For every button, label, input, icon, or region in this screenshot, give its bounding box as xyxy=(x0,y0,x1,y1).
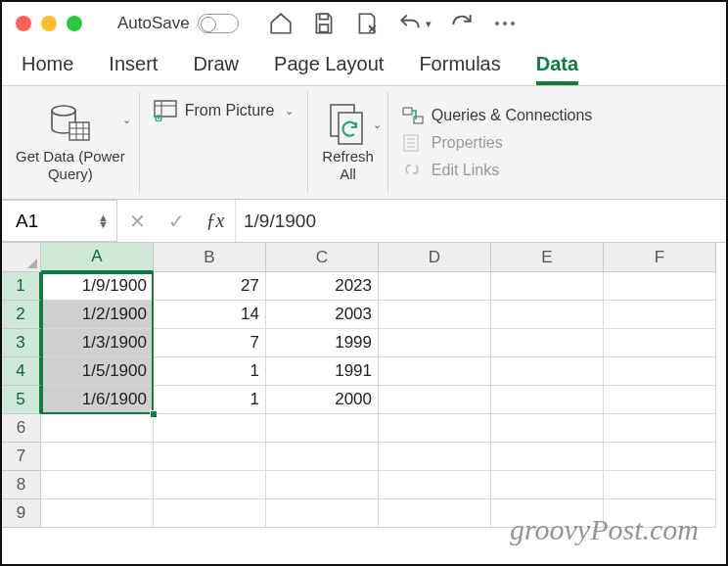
save-icon[interactable] xyxy=(311,11,337,36)
row-header[interactable]: 8 xyxy=(2,471,41,499)
cell[interactable] xyxy=(491,443,604,471)
cell[interactable] xyxy=(491,272,604,301)
cell[interactable] xyxy=(154,414,266,443)
tab-formulas[interactable]: Formulas xyxy=(419,53,500,85)
cell[interactable] xyxy=(604,414,716,443)
save-as-icon[interactable] xyxy=(354,11,380,36)
cell[interactable] xyxy=(379,443,491,471)
cell[interactable] xyxy=(154,443,266,471)
cell[interactable] xyxy=(266,414,379,443)
cell[interactable] xyxy=(491,471,604,499)
cell[interactable] xyxy=(491,414,604,443)
cell[interactable]: 2000 xyxy=(266,386,379,414)
tab-home[interactable]: Home xyxy=(22,53,73,85)
redo-icon[interactable] xyxy=(449,11,475,36)
window-controls xyxy=(16,16,82,31)
cell[interactable]: 1/2/1900 xyxy=(41,301,154,329)
confirm-formula-button[interactable]: ✓ xyxy=(157,200,196,242)
fill-handle[interactable] xyxy=(150,410,158,418)
cancel-formula-button[interactable]: ✕ xyxy=(117,200,157,242)
cell[interactable] xyxy=(379,499,491,528)
cell[interactable]: 1/6/1900 xyxy=(41,386,154,414)
tab-page-layout[interactable]: Page Layout xyxy=(274,53,384,85)
cell[interactable] xyxy=(41,499,154,528)
cell[interactable] xyxy=(266,471,379,499)
cell[interactable]: 27 xyxy=(154,272,266,301)
autosave-toggle[interactable] xyxy=(198,14,239,33)
row-header[interactable]: 6 xyxy=(2,414,41,443)
tab-data[interactable]: Data xyxy=(536,53,578,85)
cell[interactable] xyxy=(41,414,154,443)
row-header[interactable]: 1 xyxy=(2,272,41,301)
cell[interactable] xyxy=(379,272,491,301)
cell[interactable] xyxy=(604,357,716,386)
cell[interactable] xyxy=(266,499,379,528)
cell[interactable] xyxy=(41,443,154,471)
cell[interactable] xyxy=(604,301,716,329)
fx-label[interactable]: ƒx xyxy=(196,210,235,232)
cell[interactable] xyxy=(154,499,266,528)
cell[interactable] xyxy=(379,414,491,443)
from-picture-button[interactable]: From Picture ⌄ xyxy=(154,100,295,121)
cell[interactable] xyxy=(604,329,716,357)
refresh-all-button[interactable]: ⌄ Refresh All xyxy=(322,103,374,183)
column-header-f[interactable]: F xyxy=(604,243,716,272)
row-header[interactable]: 2 xyxy=(2,301,41,329)
cell[interactable] xyxy=(491,301,604,329)
close-window-icon[interactable] xyxy=(16,16,31,31)
cell[interactable] xyxy=(266,443,379,471)
column-header-d[interactable]: D xyxy=(379,243,491,272)
row-header[interactable]: 5 xyxy=(2,386,41,414)
cell[interactable] xyxy=(491,386,604,414)
formula-value[interactable]: 1/9/1900 xyxy=(235,200,316,242)
cell[interactable] xyxy=(604,471,716,499)
minimize-window-icon[interactable] xyxy=(41,16,57,31)
cell[interactable]: 1 xyxy=(154,357,266,386)
cell[interactable]: 1991 xyxy=(266,357,379,386)
cell[interactable] xyxy=(379,386,491,414)
cell[interactable] xyxy=(41,471,154,499)
row-header[interactable]: 3 xyxy=(2,329,41,357)
undo-icon[interactable]: ▾ xyxy=(397,11,432,36)
home-icon[interactable] xyxy=(268,11,294,36)
cell[interactable]: 2023 xyxy=(266,272,379,301)
get-data-button[interactable]: Get Data (Power Query) xyxy=(16,103,125,183)
chevron-down-icon[interactable]: ⌄ xyxy=(122,114,131,126)
cell[interactable] xyxy=(604,386,716,414)
select-all-corner[interactable] xyxy=(2,243,41,272)
cell[interactable]: 1/5/1900 xyxy=(41,357,154,386)
cell[interactable] xyxy=(491,357,604,386)
row-header[interactable]: 4 xyxy=(2,357,41,386)
cell[interactable]: 7 xyxy=(154,329,266,357)
cell[interactable] xyxy=(604,272,716,301)
column-header-e[interactable]: E xyxy=(491,243,604,272)
name-box[interactable]: A1 ▲▼ xyxy=(2,200,117,242)
cell[interactable] xyxy=(491,499,604,528)
cell[interactable] xyxy=(154,471,266,499)
cell[interactable] xyxy=(491,329,604,357)
maximize-window-icon[interactable] xyxy=(67,16,82,31)
name-box-stepper[interactable]: ▲▼ xyxy=(98,214,109,227)
cell[interactable] xyxy=(379,329,491,357)
cell[interactable] xyxy=(379,471,491,499)
tab-draw[interactable]: Draw xyxy=(193,53,239,85)
queries-connections-button[interactable]: Queries & Connections xyxy=(402,107,593,124)
column-header-c[interactable]: C xyxy=(266,243,379,272)
column-header-b[interactable]: B xyxy=(154,243,266,272)
cell[interactable] xyxy=(379,357,491,386)
cell[interactable]: 1999 xyxy=(266,329,379,357)
row-header[interactable]: 7 xyxy=(2,443,41,471)
cell[interactable]: 2003 xyxy=(266,301,379,329)
chevron-down-icon[interactable]: ⌄ xyxy=(373,118,382,131)
cell[interactable] xyxy=(379,301,491,329)
tab-insert[interactable]: Insert xyxy=(109,53,158,85)
cell[interactable]: 1 xyxy=(154,386,266,414)
row-header[interactable]: 9 xyxy=(2,499,41,528)
cell[interactable] xyxy=(604,499,716,528)
more-icon[interactable] xyxy=(492,20,518,27)
cell[interactable]: 1/9/1900 xyxy=(41,272,154,301)
cell[interactable]: 1/3/1900 xyxy=(41,329,154,357)
cell[interactable] xyxy=(604,443,716,471)
cell[interactable]: 14 xyxy=(154,301,266,329)
column-header-a[interactable]: A xyxy=(41,243,154,272)
